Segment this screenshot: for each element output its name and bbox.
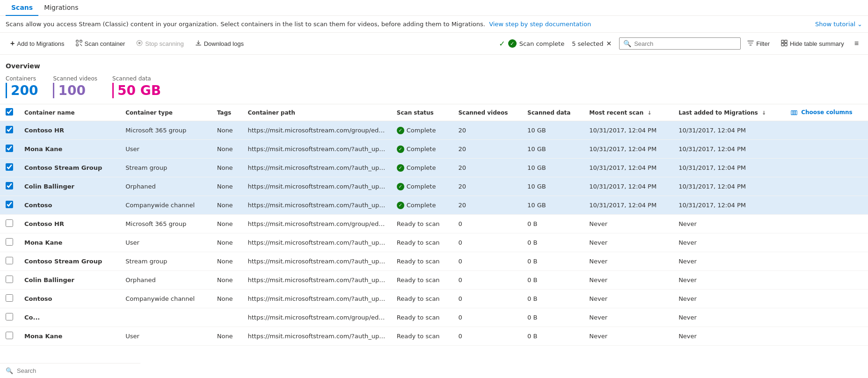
col-most-recent-scan[interactable]: Most recent scan ↓ [584,104,673,121]
row-container-name: Contoso HR [19,121,120,140]
col-tags: Tags [212,104,242,121]
table-row[interactable]: Co... https://msit.microsoftstream.com/g… [0,308,868,327]
stat-containers: Containers 200 [6,75,38,98]
row-most-recent-scan: 10/31/2017, 12:04 PM [584,196,673,215]
row-checkbox[interactable] [6,219,13,227]
row-container-type: Microsoft 365 group [120,121,211,140]
clear-selection-button[interactable]: ✕ [606,40,612,47]
search-icon: 🔍 [623,40,631,47]
status-label: Ready to scan [397,239,440,246]
show-tutorial-button[interactable]: Show tutorial ⌄ [815,21,862,28]
scan-complete-icon: ✓ [499,39,505,48]
sort-recent-scan-icon: ↓ [647,110,651,116]
svg-rect-10 [785,43,787,45]
stop-scanning-button[interactable]: Stop scanning [131,37,188,51]
filter-button[interactable]: Filter [743,37,774,51]
status-label: Complete [407,127,436,134]
row-check-cell[interactable] [0,177,19,196]
status-label: Ready to scan [397,258,440,265]
row-check-cell[interactable] [0,271,19,290]
row-last-added-migrations: 10/31/2017, 12:04 PM [673,140,785,159]
table-row[interactable]: Contoso Companywide channel None https:/… [0,290,868,308]
row-scan-status: Ready to scan [391,290,453,308]
row-empty-col [785,140,868,159]
status-label: Complete [407,145,436,153]
tab-migrations[interactable]: Migrations [38,0,84,16]
row-container-name: Contoso [19,196,120,215]
row-check-cell[interactable] [0,327,19,346]
complete-check-icon: ✓ [397,202,404,209]
row-checkbox[interactable] [6,294,13,302]
table-row[interactable]: Contoso Companywide channel None https:/… [0,196,868,215]
table-row[interactable]: Contoso HR Microsoft 365 group None http… [0,121,868,140]
row-check-cell[interactable] [0,308,19,327]
row-tags [212,308,242,327]
row-checkbox[interactable] [6,145,13,152]
row-check-cell[interactable] [0,290,19,308]
row-last-added-migrations: 10/31/2017, 12:04 PM [673,196,785,215]
select-all-header[interactable] [0,104,19,121]
complete-check-icon: ✓ [397,145,404,153]
scan-complete-circle: ✓ [508,39,517,48]
row-tags: None [212,233,242,252]
row-empty-col [785,290,868,308]
row-scan-status: ✓ Complete [391,177,453,196]
data-table-wrapper: Container name Container type Tags Conta… [0,104,868,346]
row-checkbox[interactable] [6,182,13,189]
row-checkbox[interactable] [6,201,13,208]
row-scanned-data: 0 B [522,290,584,308]
row-check-cell[interactable] [0,159,19,177]
col-scan-status: Scan status [391,104,453,121]
hide-table-summary-button[interactable]: Hide table summary [776,37,849,51]
download-logs-button[interactable]: Download logs [190,37,248,51]
row-check-cell[interactable] [0,121,19,140]
row-container-name: Colin Ballinger [19,271,120,290]
row-check-cell[interactable] [0,215,19,233]
row-container-path: https://msit.microsoftstream.com/?auth_u… [242,271,391,290]
table-row[interactable]: Colin Ballinger Orphaned None https://ms… [0,271,868,290]
add-to-migrations-button[interactable]: + Add to Migrations [6,36,69,51]
row-check-cell[interactable] [0,252,19,271]
selected-badge: 5 selected ✕ [572,40,612,47]
table-row[interactable]: Mona Kane User None https://msit.microso… [0,327,868,346]
row-container-name: Contoso Stream Group [19,252,120,271]
status-complete: ✓ Complete [397,183,447,190]
table-row[interactable]: Contoso Stream Group Stream group None h… [0,252,868,271]
row-container-name: Colin Ballinger [19,177,120,196]
row-scanned-data: 0 B [522,271,584,290]
scan-container-button[interactable]: Scan container [71,37,130,51]
table-row[interactable]: Contoso Stream Group Stream group None h… [0,159,868,177]
table-row[interactable]: Mona Kane User None https://msit.microso… [0,140,868,159]
row-check-cell[interactable] [0,233,19,252]
status-complete: ✓ Complete [397,127,447,134]
row-check-cell[interactable] [0,140,19,159]
col-last-added-migrations[interactable]: Last added to Migrations ↓ [673,104,785,121]
table-row[interactable]: Contoso HR Microsoft 365 group None http… [0,215,868,233]
table-row[interactable]: Colin Ballinger Orphaned None https://ms… [0,177,868,196]
row-checkbox[interactable] [6,238,13,246]
row-container-path: https://msit.microsoftstream.com/group/e… [242,215,391,233]
row-scanned-data: 0 B [522,252,584,271]
tab-scans[interactable]: Scans [6,0,38,16]
row-checkbox[interactable] [6,332,13,339]
col-choose-columns[interactable]: Choose columns [785,104,868,121]
row-container-name: Contoso HR [19,215,120,233]
row-check-cell[interactable] [0,196,19,215]
row-empty-col [785,159,868,177]
row-checkbox[interactable] [6,257,13,264]
more-options-button[interactable]: ≡ [851,36,862,51]
row-container-path: https://msit.microsoftstream.com/?auth_u… [242,233,391,252]
row-checkbox[interactable] [6,313,13,320]
row-scanned-videos: 20 [452,196,522,215]
select-all-checkbox[interactable] [6,108,13,116]
row-checkbox[interactable] [6,276,13,283]
documentation-link[interactable]: View step by step documentation [489,21,591,28]
table-row[interactable]: Mona Kane User None https://msit.microso… [0,233,868,252]
stat-scanned-data: Scanned data 50 GB [112,75,161,98]
search-box: 🔍 [619,37,741,50]
row-checkbox[interactable] [6,163,13,171]
row-checkbox[interactable] [6,126,13,133]
search-input[interactable] [634,40,737,47]
row-tags: None [212,252,242,271]
row-scanned-videos: 20 [452,121,522,140]
